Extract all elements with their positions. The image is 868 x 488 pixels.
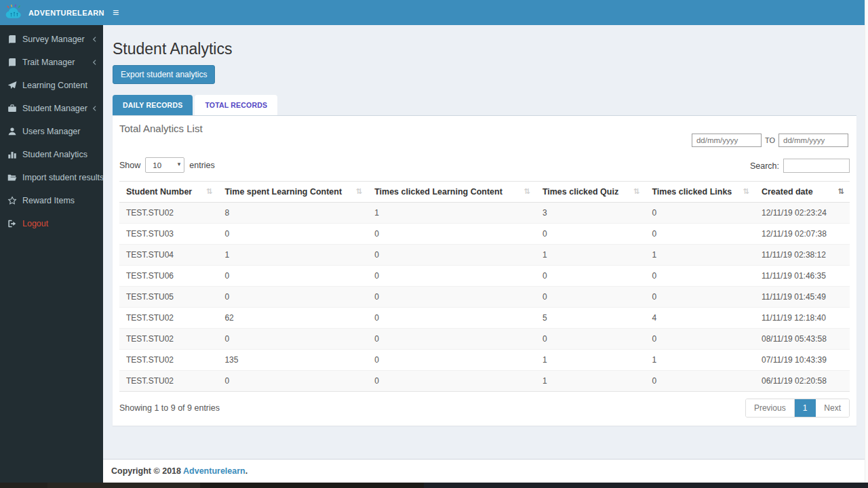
table-cell: 0 bbox=[536, 224, 646, 245]
sidebar-item-learning-content[interactable]: Learning Content bbox=[0, 74, 103, 97]
analytics-panel: Total Analytics List TO Show 10 ▾ bbox=[113, 115, 856, 426]
show-label: Show bbox=[119, 161, 140, 170]
previous-page-button[interactable]: Previous bbox=[746, 399, 795, 417]
sidebar-item-label: Users Manager bbox=[22, 127, 98, 136]
table-cell: 0 bbox=[536, 329, 646, 350]
column-header-clicked-links[interactable]: Times clicked Links⇅ bbox=[645, 182, 755, 203]
screen: ADVENTURELEARN ≡ Survey Manager Trait Ma… bbox=[0, 0, 868, 488]
book-icon bbox=[7, 58, 17, 68]
table-cell: 1 bbox=[645, 245, 755, 266]
table-cell: 0 bbox=[368, 287, 536, 308]
sidebar-item-label: Student Manager bbox=[22, 104, 91, 113]
sort-desc-icon: ⇅ bbox=[838, 187, 844, 196]
chevron-left-icon bbox=[91, 58, 98, 66]
column-header-clicked-learning-content[interactable]: Times clicked Learning Content⇅ bbox=[368, 182, 536, 203]
tab-total-records[interactable]: TOTAL RECORDS bbox=[195, 95, 277, 115]
table-cell: TEST.STU02 bbox=[119, 371, 218, 392]
page-footer: Copyright © 2018 Adventurelearn. bbox=[103, 459, 865, 483]
export-student-analytics-button[interactable]: Export student analytics bbox=[113, 65, 215, 84]
tab-daily-records[interactable]: DAILY RECORDS bbox=[113, 95, 193, 115]
table-cell: 11/11/19 01:46:35 bbox=[755, 266, 850, 287]
table-cell: 08/11/19 05:43:58 bbox=[755, 329, 850, 350]
page-length-control: Show 10 ▾ entries bbox=[119, 157, 215, 173]
sidebar-item-users-manager[interactable]: Users Manager bbox=[0, 120, 103, 143]
top-navbar: ADVENTURELEARN ≡ bbox=[0, 0, 865, 25]
sidebar-item-student-analytics[interactable]: Student Analytics bbox=[0, 143, 103, 166]
chevron-left-icon bbox=[91, 35, 98, 43]
table-cell: 0 bbox=[218, 224, 368, 245]
brand-logo[interactable]: ADVENTURELEARN bbox=[0, 0, 103, 25]
table-cell: 1 bbox=[536, 245, 646, 266]
table-cell: 0 bbox=[368, 245, 536, 266]
table-cell: 06/11/19 02:20:58 bbox=[755, 371, 850, 392]
table-cell: 11/11/19 02:38:12 bbox=[755, 245, 850, 266]
date-from-input[interactable] bbox=[692, 134, 762, 147]
table-cell: 0 bbox=[645, 203, 755, 224]
column-header-student-number[interactable]: Student Number⇅ bbox=[119, 182, 218, 203]
table-row: TEST.STU05000011/11/19 01:45:49 bbox=[119, 287, 850, 308]
table-cell: 4 bbox=[645, 308, 755, 329]
table-cell: 0 bbox=[368, 266, 536, 287]
sort-icon: ⇅ bbox=[356, 187, 362, 196]
table-cell: 1 bbox=[645, 350, 755, 371]
cloud-logo-icon bbox=[4, 3, 24, 23]
sidebar-item-import-student-results[interactable]: Import student results bbox=[0, 166, 103, 189]
table-cell: 0 bbox=[645, 266, 755, 287]
search-input[interactable] bbox=[783, 159, 850, 173]
table-cell: 0 bbox=[368, 224, 536, 245]
browser-scrollbar[interactable] bbox=[865, 0, 868, 483]
main-content: Student Analytics Export student analyti… bbox=[103, 25, 865, 483]
sidebar-item-logout[interactable]: Logout bbox=[0, 212, 103, 235]
page-title: Student Analytics bbox=[113, 40, 856, 58]
table-cell: TEST.STU03 bbox=[119, 224, 218, 245]
table-row: TEST.STU02813012/11/19 02:23:24 bbox=[119, 203, 850, 224]
page-length-select[interactable]: 10 bbox=[145, 157, 184, 173]
table-cell: 0 bbox=[368, 371, 536, 392]
table-cell: 0 bbox=[645, 287, 755, 308]
pagination: Previous 1 Next bbox=[745, 399, 850, 418]
sidebar-item-reward-items[interactable]: Reward Items bbox=[0, 189, 103, 212]
table-cell: 0 bbox=[536, 287, 646, 308]
table-row: TEST.STU02000008/11/19 05:43:58 bbox=[119, 329, 850, 350]
table-cell: 07/11/19 10:43:39 bbox=[755, 350, 850, 371]
sidebar: Survey Manager Trait Manager Learning Co… bbox=[0, 25, 103, 483]
user-icon bbox=[7, 127, 17, 137]
sidebar-item-label: Survey Manager bbox=[22, 35, 91, 44]
book-icon bbox=[7, 35, 17, 45]
sort-icon: ⇅ bbox=[524, 187, 530, 196]
entries-summary: Showing 1 to 9 of 9 entries bbox=[119, 403, 220, 413]
sidebar-item-trait-manager[interactable]: Trait Manager bbox=[0, 51, 103, 74]
sort-icon: ⇅ bbox=[633, 187, 639, 196]
date-to-input[interactable] bbox=[778, 134, 848, 147]
chevron-left-icon bbox=[91, 104, 98, 113]
table-cell: 11/11/19 01:45:49 bbox=[755, 287, 850, 308]
date-range-separator: TO bbox=[765, 136, 775, 144]
sort-icon: ⇅ bbox=[206, 187, 212, 196]
table-cell: 8 bbox=[218, 203, 368, 224]
table-row: TEST.STU06000011/11/19 01:46:35 bbox=[119, 266, 850, 287]
analytics-table-body: TEST.STU02813012/11/19 02:23:24TEST.STU0… bbox=[119, 203, 850, 392]
column-header-clicked-quiz[interactable]: Times clicked Quiz⇅ bbox=[536, 182, 646, 203]
sidebar-item-label: Student Analytics bbox=[22, 150, 98, 159]
date-range-filter: TO bbox=[692, 134, 848, 147]
table-cell: 0 bbox=[218, 266, 368, 287]
table-cell: TEST.STU02 bbox=[119, 350, 218, 371]
column-header-time-spent[interactable]: Time spent Learning Content⇅ bbox=[218, 182, 368, 203]
page-number-button[interactable]: 1 bbox=[795, 399, 816, 417]
table-footer: Showing 1 to 9 of 9 entries Previous 1 N… bbox=[119, 399, 850, 418]
panel-title: Total Analytics List bbox=[119, 123, 850, 134]
column-header-created-date[interactable]: Created date⇅ bbox=[755, 182, 850, 203]
table-cell: TEST.STU02 bbox=[119, 329, 218, 350]
next-page-button[interactable]: Next bbox=[816, 399, 849, 417]
footer-brand-link[interactable]: Adventurelearn bbox=[183, 466, 245, 476]
sidebar-toggle-hamburger-icon[interactable]: ≡ bbox=[103, 0, 128, 25]
sidebar-item-student-manager[interactable]: Student Manager bbox=[0, 97, 103, 120]
table-cell: 0 bbox=[218, 371, 368, 392]
sidebar-item-survey-manager[interactable]: Survey Manager bbox=[0, 28, 103, 51]
brand-name: ADVENTURELEARN bbox=[28, 9, 104, 17]
sort-icon: ⇅ bbox=[743, 187, 749, 196]
records-tabs: DAILY RECORDS TOTAL RECORDS bbox=[113, 95, 856, 115]
star-icon bbox=[7, 196, 17, 206]
table-cell: 135 bbox=[218, 350, 368, 371]
analytics-table: Student Number⇅ Time spent Learning Cont… bbox=[119, 181, 850, 392]
